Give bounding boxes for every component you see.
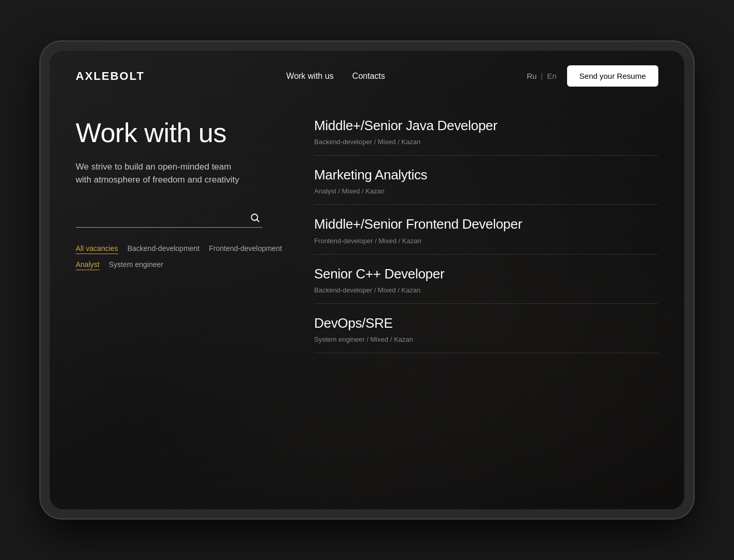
page-title: Work with us	[76, 118, 293, 149]
job-listing[interactable]: Middle+/Senior Java DeveloperBackend-dev…	[314, 118, 658, 156]
tablet-frame: AXLEBOLT Work with us Contacts Ru | En S…	[40, 41, 694, 519]
lang-ru[interactable]: Ru	[527, 72, 537, 80]
job-meta: Frontend-developer / Mixed / Kazan	[314, 237, 658, 245]
job-title: Senior C++ Developer	[314, 266, 658, 282]
job-listing[interactable]: Middle+/Senior Frontend DeveloperFronten…	[314, 205, 658, 254]
job-listing[interactable]: Senior C++ DeveloperBackend-developer / …	[314, 255, 658, 304]
search-input[interactable]	[76, 213, 248, 222]
svg-point-0	[251, 214, 258, 220]
search-icon	[250, 213, 260, 223]
job-listing[interactable]: DevOps/SRESystem engineer / Mixed / Kaza…	[314, 304, 658, 353]
hero-subtitle: We strive to build an open-minded team w…	[76, 160, 262, 187]
lang-en[interactable]: En	[547, 72, 556, 80]
header: AXLEBOLT Work with us Contacts Ru | En S…	[50, 51, 684, 97]
lang-separator: |	[541, 72, 543, 80]
language-switcher: Ru | En	[527, 72, 556, 80]
job-listing[interactable]: Marketing AnalyticsAnalyst / Mixed / Kaz…	[314, 156, 658, 205]
page-content: AXLEBOLT Work with us Contacts Ru | En S…	[50, 51, 684, 509]
filter-tag[interactable]: Frontend-development	[209, 243, 282, 254]
filter-tag[interactable]: All vacancies	[76, 243, 118, 254]
job-meta: Backend-developer / Mixed / Kazan	[314, 138, 658, 146]
filter-tag[interactable]: System engineer	[109, 259, 163, 270]
filter-tag[interactable]: Analyst	[76, 259, 100, 270]
left-panel: Work with us We strive to build an open-…	[76, 107, 293, 488]
logo: AXLEBOLT	[76, 69, 145, 83]
job-meta: System engineer / Mixed / Kazan	[314, 335, 658, 343]
right-panel: Middle+/Senior Java DeveloperBackend-dev…	[314, 107, 658, 488]
svg-line-1	[257, 219, 260, 222]
filter-tag[interactable]: Backend-development	[128, 243, 200, 254]
nav-link-contacts[interactable]: Contacts	[352, 72, 385, 81]
search-button[interactable]	[248, 213, 262, 223]
job-title: Middle+/Senior Frontend Developer	[314, 216, 658, 232]
main-body: Work with us We strive to build an open-…	[50, 97, 684, 509]
filter-tags: All vacanciesBackend-developmentFrontend…	[76, 243, 293, 270]
navigation: Work with us Contacts	[286, 72, 385, 81]
job-title: Middle+/Senior Java Developer	[314, 118, 658, 134]
job-title: Marketing Analytics	[314, 167, 658, 183]
send-resume-button[interactable]: Send your Resume	[567, 65, 658, 87]
search-bar	[76, 213, 262, 228]
job-meta: Analyst / Mixed / Kazan	[314, 187, 658, 195]
tablet-screen: AXLEBOLT Work with us Contacts Ru | En S…	[50, 51, 684, 509]
job-meta: Backend-developer / Mixed / Kazan	[314, 286, 658, 294]
job-title: DevOps/SRE	[314, 315, 658, 331]
nav-link-work[interactable]: Work with us	[286, 72, 333, 81]
